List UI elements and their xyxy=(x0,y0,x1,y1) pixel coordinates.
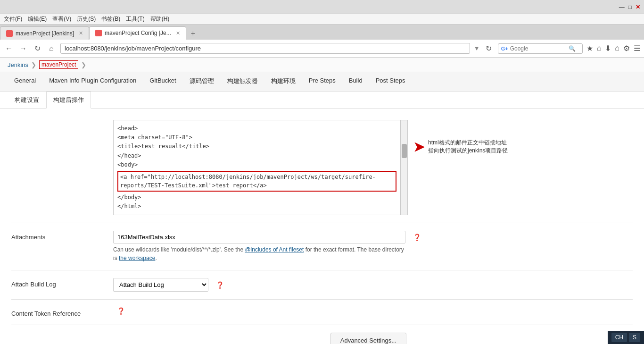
address-input[interactable] xyxy=(60,43,470,54)
tab-favicon-2 xyxy=(95,30,102,36)
workspace-link[interactable]: the workspace xyxy=(119,255,155,261)
config-subtabs: 构建设置 构建后操作 xyxy=(0,92,644,109)
divider-1 xyxy=(11,223,633,223)
browser-menu: 文件(F) 编辑(E) 查看(V) 历史(S) 书签(B) 工具(T) 帮助(H… xyxy=(0,14,644,25)
tab-source[interactable]: 源码管理 xyxy=(183,72,221,91)
toolbar-icons: ★ ⌂ ⬇ ⌂ ⚙ ☰ xyxy=(586,44,640,53)
code-editor-outer: <head> <meta charset="UTF-8"> <title>tes… xyxy=(113,120,408,215)
google-logo: G+ xyxy=(501,46,508,51)
tab-label-1: mavenProject [Jenkins] xyxy=(16,30,74,37)
subtab-post-build[interactable]: 构建后操作 xyxy=(46,92,91,109)
tab-presteps[interactable]: Pre Steps xyxy=(302,72,342,91)
menu-help[interactable]: 帮助(H) xyxy=(150,15,170,23)
search-input[interactable] xyxy=(510,45,567,52)
search-bar: G+ 🔍 xyxy=(498,43,583,54)
new-tab-btn[interactable]: + xyxy=(186,27,200,40)
download-icon[interactable]: ⬇ xyxy=(605,44,611,53)
menu-view[interactable]: 查看(V) xyxy=(52,15,71,23)
breadcrumb-jenkins[interactable]: Jenkins xyxy=(8,61,28,68)
attachments-input[interactable] xyxy=(113,231,405,243)
tab-gitbucket[interactable]: GitBucket xyxy=(143,72,182,91)
reload-btn[interactable]: ↻ xyxy=(484,44,494,53)
tab-poststeps[interactable]: Post Steps xyxy=(369,72,412,91)
code-editor-inner[interactable]: <head> <meta charset="UTF-8"> <title>tes… xyxy=(114,120,400,215)
divider-4 xyxy=(11,325,633,325)
breadcrumb-project: mavenProject xyxy=(39,60,78,69)
minimize-btn[interactable]: — xyxy=(619,4,625,10)
code-label xyxy=(11,120,106,123)
taskbar-ch[interactable]: CH xyxy=(611,333,627,342)
scrollbar-thumb xyxy=(402,144,407,158)
main-content: Jenkins ❯ mavenProject ❯ General Maven I… xyxy=(0,58,644,344)
address-bar: ← → ↻ ⌂ ▼ ↻ G+ 🔍 ★ ⌂ ⬇ ⌂ ⚙ ☰ xyxy=(0,40,644,58)
config-tabs: General Maven Info Plugin Configuration … xyxy=(0,72,644,92)
back-btn[interactable]: ← xyxy=(4,44,14,53)
code-scrollbar[interactable] xyxy=(400,120,407,215)
home-icon2[interactable]: ⌂ xyxy=(615,44,619,53)
attach-build-log-help-icon[interactable]: ❓ xyxy=(216,281,224,289)
code-line-4: </head> xyxy=(117,151,396,160)
window-controls: — □ ✕ xyxy=(619,4,640,10)
breadcrumb: Jenkins ❯ mavenProject ❯ xyxy=(0,58,644,72)
content-token-control: ❓ xyxy=(113,307,633,315)
advanced-settings-button[interactable]: Advanced Settings... xyxy=(330,333,406,344)
menu-bookmarks[interactable]: 书签(B) xyxy=(101,15,120,23)
menu-tools[interactable]: 工具(T) xyxy=(126,15,144,23)
attach-build-log-row: Attach Build Log Attach Build Log Don't … xyxy=(11,274,633,295)
browser-tabs: mavenProject [Jenkins] ✕ mavenProject Co… xyxy=(0,25,644,40)
history-icon[interactable]: ⌂ xyxy=(597,44,602,53)
menu-file[interactable]: 文件(F) xyxy=(4,15,22,23)
content-token-help-icon[interactable]: ❓ xyxy=(117,307,125,315)
attach-build-log-select[interactable]: Attach Build Log Don't Attach Build Log … xyxy=(114,278,208,291)
attach-build-log-select-wrapper: Attach Build Log Don't Attach Build Log … xyxy=(113,278,208,292)
bookmark-icon[interactable]: ★ xyxy=(586,44,593,53)
code-line-1: <head> xyxy=(117,124,396,133)
browser-titlebar: — □ ✕ xyxy=(0,0,644,14)
tab-label-2: mavenProject Config [Je... xyxy=(105,30,171,36)
tab-env[interactable]: 构建环境 xyxy=(264,72,302,91)
breadcrumb-sep2: ❯ xyxy=(81,61,86,68)
advanced-settings-area: Advanced Settings... xyxy=(11,329,406,344)
attach-build-log-label: Attach Build Log xyxy=(11,278,106,288)
settings-icon[interactable]: ⚙ xyxy=(623,44,630,53)
taskbar-s[interactable]: S xyxy=(629,333,640,342)
breadcrumb-sep: ❯ xyxy=(31,61,36,68)
code-line-2: <meta charset="UTF-8"> xyxy=(117,133,396,142)
search-icon[interactable]: 🔍 xyxy=(569,45,576,52)
close-btn[interactable]: ✕ xyxy=(636,4,640,10)
tab-close-1[interactable]: ✕ xyxy=(79,30,83,36)
annotation-line2: 指向执行测试的jenkins项目路径 xyxy=(428,147,508,155)
ant-fileset-link[interactable]: @includes of Ant fileset xyxy=(245,246,304,253)
tab-maven-info[interactable]: Maven Info Plugin Configuration xyxy=(42,72,143,91)
tab-favicon-1 xyxy=(6,30,13,37)
attachments-control: ❓ Can use wildcards like 'module/dist/**… xyxy=(113,231,633,262)
menu-icon[interactable]: ☰ xyxy=(634,44,640,53)
tab-build[interactable]: Build xyxy=(342,72,369,91)
form-section: <head> <meta charset="UTF-8"> <title>tes… xyxy=(0,109,644,344)
content-token-label: Content Token Reference xyxy=(11,307,106,317)
home-btn[interactable]: ⌂ xyxy=(46,44,57,53)
attachments-help-icon[interactable]: ❓ xyxy=(413,234,421,241)
tab-trigger[interactable]: 构建触发器 xyxy=(221,72,264,91)
subtab-build-settings[interactable]: 构建设置 xyxy=(8,92,46,108)
restore-btn[interactable]: □ xyxy=(628,4,632,10)
tab-mavenpro[interactable]: mavenProject [Jenkins] ✕ xyxy=(0,26,89,40)
tab-close-2[interactable]: ✕ xyxy=(176,30,180,36)
red-arrow-icon: ➤ xyxy=(413,139,424,155)
menu-edit[interactable]: 编辑(E) xyxy=(28,15,47,23)
content-token-row: Content Token Reference ❓ xyxy=(11,303,633,321)
divider-2 xyxy=(11,270,633,270)
code-line-5: <body> xyxy=(117,160,396,169)
code-highlighted: <a href="http://localhost:8080/jenkins/j… xyxy=(117,171,396,192)
forward-btn[interactable]: → xyxy=(18,44,28,53)
attachments-row: Attachments ❓ Can use wildcards like 'mo… xyxy=(11,227,633,266)
tab-mavenconfig[interactable]: mavenProject Config [Je... ✕ xyxy=(89,26,186,40)
code-line-6: </body> xyxy=(117,193,396,202)
annotation-area: ➤ html格式的邮件正文中链接地址 指向执行测试的jenkins项目路径 xyxy=(413,139,508,155)
attach-build-log-control: Attach Build Log Don't Attach Build Log … xyxy=(113,278,633,292)
refresh-btn[interactable]: ↻ xyxy=(32,44,42,53)
menu-history[interactable]: 历史(S) xyxy=(77,15,96,23)
tab-general[interactable]: General xyxy=(8,72,42,91)
help-text-part3: . xyxy=(155,255,157,261)
address-reload-icon: ▼ xyxy=(474,45,480,52)
